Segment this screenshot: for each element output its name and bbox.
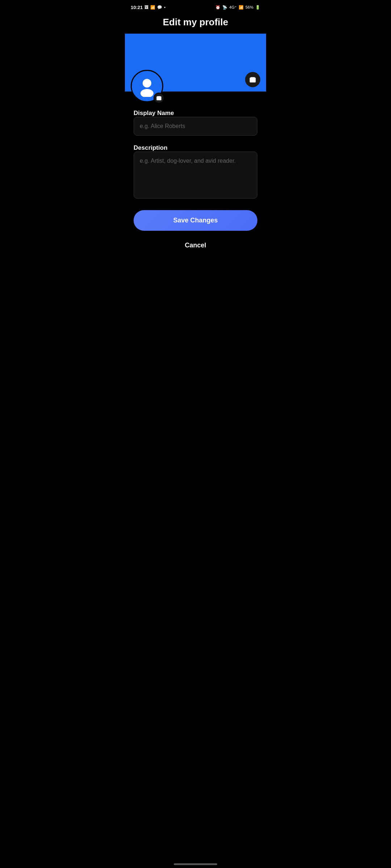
save-changes-button[interactable]: Save Changes: [134, 210, 257, 231]
wifi-icon: 📡: [222, 5, 227, 10]
description-field: Description: [134, 144, 257, 210]
avatar-circle: [131, 70, 163, 102]
battery-icon: 🔋: [255, 5, 260, 10]
display-name-input[interactable]: [134, 117, 257, 136]
signal-icon: 📶: [150, 5, 155, 10]
avatar-icon: [136, 75, 158, 97]
avatar-container: [131, 70, 163, 102]
description-input[interactable]: [134, 152, 257, 199]
status-bar: 10:21 🖼 📶 💬 • ⏰ 📡 4G⁺ 📶 56% 🔋: [125, 0, 266, 13]
banner-area: [125, 34, 266, 92]
page-header: Edit my profile: [125, 13, 266, 34]
svg-point-1: [140, 89, 154, 97]
display-name-label: Display Name: [134, 110, 174, 116]
battery-text: 56%: [245, 5, 253, 9]
signal-bars-icon: 📶: [239, 5, 244, 10]
status-right: ⏰ 📡 4G⁺ 📶 56% 🔋: [215, 5, 260, 10]
display-name-field: Display Name: [134, 110, 257, 144]
network-icon: 4G⁺: [229, 5, 237, 10]
dot-icon: •: [164, 5, 165, 9]
banner-camera-icon: [249, 76, 256, 83]
form-content: Display Name Description Save Changes Ca…: [125, 92, 266, 261]
alarm-icon: ⏰: [215, 5, 220, 10]
svg-point-0: [143, 79, 151, 88]
photo-icon: 🖼: [144, 5, 148, 9]
status-left: 10:21 🖼 📶 💬 •: [131, 5, 165, 10]
cancel-button[interactable]: Cancel: [134, 238, 257, 253]
avatar-camera-button[interactable]: [154, 93, 164, 103]
description-label: Description: [134, 144, 168, 151]
avatar-camera-icon: [156, 95, 162, 101]
page-title: Edit my profile: [131, 17, 260, 28]
chat-icon: 💬: [157, 5, 162, 10]
status-time: 10:21: [131, 5, 143, 10]
banner-camera-button[interactable]: [245, 72, 260, 87]
